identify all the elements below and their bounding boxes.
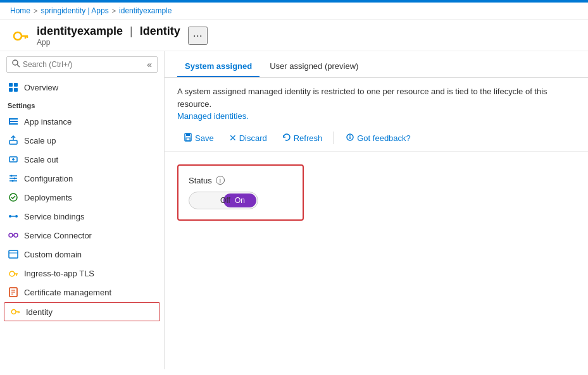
sidebar-item-scale-out[interactable]: Scale out [0,150,164,169]
svg-point-22 [14,178,16,180]
service-bindings-icon [8,211,19,222]
custom-domain-label: Custom domain [24,250,82,259]
sidebar-item-service-connector[interactable]: Service Connector [0,226,164,245]
page-name: Identity [140,25,180,37]
deployments-icon [8,192,19,203]
ingress-tls-label: Ingress-to-app TLS [24,269,94,278]
save-button[interactable]: Save [177,130,220,146]
breadcrumb-current: identityexample [119,6,172,15]
sidebar-item-scale-up[interactable]: Scale up [0,131,164,150]
scale-out-icon [8,154,19,165]
ellipsis-button[interactable]: ··· [188,27,208,45]
identity-label: Identity [26,307,53,317]
status-text: Status [189,176,212,185]
sidebar-item-certificate-mgmt[interactable]: Certificate management [0,283,164,302]
sidebar-item-overview[interactable]: Overview [0,78,164,97]
sidebar-item-app-instance[interactable]: App instance [0,112,164,131]
scale-up-icon [8,135,19,146]
svg-point-28 [9,233,13,237]
overview-icon [8,82,19,93]
page-icon [10,26,30,46]
svg-point-48 [349,135,351,137]
svg-rect-14 [9,140,17,144]
tab-user-assigned[interactable]: User assigned (preview) [262,56,366,77]
managed-identities-link[interactable]: Managed identities. [177,111,249,121]
svg-point-26 [15,215,18,218]
toolbar-separator [334,132,334,144]
configuration-label: Configuration [24,174,73,183]
svg-point-23 [12,180,14,182]
tab-system-assigned[interactable]: System assigned [177,56,260,77]
discard-button[interactable]: ✕ Discard [223,130,273,145]
ingress-tls-icon [8,267,19,279]
sidebar-item-deployments[interactable]: Deployments [0,188,164,207]
status-section: Status i Off On [177,164,304,221]
svg-point-21 [11,175,13,177]
svg-point-0 [14,32,22,40]
refresh-icon [282,133,291,144]
search-icon [12,59,20,70]
main-layout: « Overview Settings App instance Scale u… [0,51,588,369]
breadcrumb-sep-2: > [112,7,116,15]
svg-rect-45 [186,133,190,136]
svg-point-33 [9,271,15,276]
breadcrumb-apps[interactable]: springidentity | Apps [41,6,108,15]
service-bindings-label: Service bindings [24,212,84,221]
svg-rect-12 [9,123,18,125]
status-info-icon[interactable]: i [216,176,225,185]
save-icon [184,133,192,144]
svg-point-29 [14,233,18,237]
svg-rect-13 [9,118,10,125]
sidebar: « Overview Settings App instance Scale u… [0,51,165,369]
svg-rect-46 [186,138,190,140]
feedback-button[interactable]: Got feedback? [339,130,417,146]
page-title: identityexample | Identity [37,25,180,38]
svg-rect-31 [9,250,18,258]
deployments-label: Deployments [24,193,72,202]
app-instance-label: App instance [24,117,72,126]
identity-icon [9,306,21,317]
certificate-mgmt-label: Certificate management [24,288,111,297]
search-box: « [6,56,158,73]
sidebar-item-identity[interactable]: Identity [4,302,160,321]
feedback-label: Got feedback? [357,133,411,143]
content-area: System assigned User assigned (preview) … [165,51,588,369]
refresh-button[interactable]: Refresh [276,130,329,146]
collapse-button[interactable]: « [147,59,152,70]
toggle-off-label: Off [189,196,258,205]
sidebar-item-configuration[interactable]: Configuration [0,169,164,188]
svg-rect-11 [9,121,18,122]
resource-name: identityexample [37,25,123,37]
custom-domain-icon [8,249,19,260]
settings-section: Settings [0,97,164,112]
info-description: A system assigned managed identity is re… [177,87,547,109]
svg-line-5 [17,65,20,67]
svg-rect-9 [14,88,18,92]
breadcrumb-home[interactable]: Home [10,6,30,15]
status-toggle[interactable]: Off On [189,192,258,209]
toolbar: Save ✕ Discard Refresh Got feedback? [165,125,588,152]
sidebar-item-service-bindings[interactable]: Service bindings [0,207,164,226]
search-input[interactable] [23,60,147,69]
svg-rect-7 [14,83,18,87]
resource-type: App [37,38,180,47]
scale-up-label: Scale up [24,136,56,145]
tabs-bar: System assigned User assigned (preview) [165,56,588,78]
info-text: A system assigned managed identity is re… [165,78,588,125]
sidebar-item-custom-domain[interactable]: Custom domain [0,245,164,264]
breadcrumb: Home > springidentity | Apps > identitye… [0,3,588,20]
discard-label: Discard [239,133,267,143]
app-instance-icon [8,116,19,127]
svg-rect-10 [9,118,18,120]
refresh-label: Refresh [294,133,323,143]
save-label: Save [195,133,214,143]
service-connector-label: Service Connector [24,231,92,240]
key-icon [11,27,29,45]
sidebar-item-ingress-tls[interactable]: Ingress-to-app TLS [0,264,164,283]
svg-point-4 [13,60,18,65]
feedback-icon [346,133,354,144]
header-text: identityexample | Identity App [37,25,180,47]
certificate-mgmt-icon [8,286,19,298]
overview-label: Overview [24,83,58,92]
svg-rect-8 [9,88,13,92]
